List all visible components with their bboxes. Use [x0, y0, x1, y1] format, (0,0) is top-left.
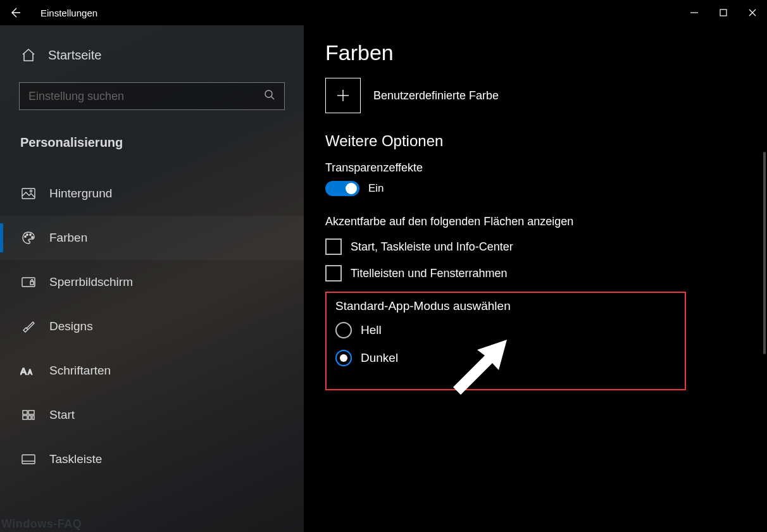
sidebar-item-background[interactable]: Hintergrund	[0, 171, 304, 216]
app-mode-highlight: Standard-App-Modus auswählen Hell Dunkel	[325, 292, 686, 390]
sidebar-item-start[interactable]: Start	[0, 393, 304, 437]
sidebar-item-colors[interactable]: Farben	[0, 216, 304, 260]
svg-point-9	[27, 234, 28, 235]
svg-rect-17	[28, 411, 34, 414]
brush-icon	[20, 318, 37, 335]
search-box[interactable]	[19, 82, 285, 110]
checkbox-label: Titelleisten und Fensterrahmen	[351, 267, 507, 280]
search-input[interactable]	[28, 90, 264, 103]
sidebar-nav: Hintergrund Farben Sperrbildschirm Desig…	[0, 171, 304, 481]
checkbox-titlebars[interactable]: Titelleisten und Fensterrahmen	[325, 265, 745, 281]
picture-icon	[20, 185, 37, 202]
back-button[interactable]	[0, 0, 30, 25]
checkbox-icon	[325, 265, 342, 281]
sidebar-home-label: Startseite	[48, 48, 101, 63]
checkbox-start-taskbar[interactable]: Start, Taskleiste und Info-Center	[325, 238, 745, 255]
radio-icon	[335, 322, 352, 338]
sidebar-item-fonts[interactable]: AA Schriftarten	[0, 349, 304, 393]
sidebar-item-label: Designs	[49, 319, 93, 333]
more-options-heading: Weitere Optionen	[325, 132, 745, 150]
maximize-button[interactable]	[709, 0, 738, 25]
svg-point-8	[25, 236, 26, 237]
transparency-state: Ein	[368, 182, 384, 195]
watermark: Windows-FAQ	[1, 517, 82, 531]
content-pane: Farben Benutzerdefinierte Farbe Weitere …	[304, 25, 767, 532]
svg-text:A: A	[20, 366, 27, 376]
transparency-toggle[interactable]	[325, 181, 359, 196]
sidebar-section-heading: Personalisierung	[0, 116, 304, 159]
radio-label: Hell	[361, 323, 382, 337]
svg-rect-6	[22, 189, 35, 199]
custom-color-label: Benutzerdefinierte Farbe	[373, 89, 499, 102]
checkbox-label: Start, Taskleiste und Info-Center	[351, 240, 513, 254]
sidebar-item-label: Farben	[49, 231, 87, 245]
sidebar-item-label: Taskleiste	[49, 452, 102, 466]
lockscreen-icon	[20, 274, 37, 290]
sidebar: Startseite Personalisierung Hintergrund …	[0, 25, 304, 532]
transparency-label: Transparenzeffekte	[325, 161, 745, 175]
plus-icon	[325, 78, 361, 113]
sidebar-item-label: Start	[49, 408, 75, 422]
app-mode-heading: Standard-App-Modus auswählen	[335, 299, 673, 313]
close-button[interactable]	[738, 0, 767, 25]
sidebar-home[interactable]: Startseite	[0, 38, 304, 75]
radio-icon	[335, 350, 352, 366]
radio-label: Dunkel	[361, 351, 398, 365]
search-icon	[264, 89, 275, 103]
minimize-button[interactable]	[680, 0, 709, 25]
annotation-arrow-icon	[440, 333, 510, 399]
sidebar-item-label: Schriftarten	[49, 364, 111, 378]
svg-rect-18	[23, 416, 27, 419]
svg-point-10	[30, 234, 31, 235]
svg-rect-16	[23, 411, 27, 414]
titlebar: Einstellungen	[0, 0, 767, 25]
taskbar-icon	[20, 451, 37, 467]
svg-rect-19	[28, 416, 31, 419]
window-controls	[680, 0, 767, 25]
start-tiles-icon	[20, 407, 37, 423]
svg-rect-21	[22, 455, 35, 464]
font-icon: AA	[20, 362, 37, 379]
svg-marker-25	[453, 340, 507, 395]
sidebar-item-taskbar[interactable]: Taskleiste	[0, 437, 304, 481]
page-title: Farben	[325, 40, 745, 65]
svg-point-11	[32, 237, 33, 238]
sidebar-item-themes[interactable]: Designs	[0, 304, 304, 349]
scrollbar[interactable]	[763, 152, 766, 354]
window-title: Einstellungen	[41, 8, 97, 18]
custom-color-row[interactable]: Benutzerdefinierte Farbe	[325, 78, 745, 113]
accent-surfaces-heading: Akzentfarbe auf den folgenden Flächen an…	[325, 215, 745, 228]
checkbox-icon	[325, 238, 342, 255]
svg-line-5	[271, 97, 274, 99]
svg-rect-1	[720, 9, 726, 16]
palette-icon	[20, 230, 37, 246]
svg-rect-12	[22, 278, 35, 287]
sidebar-item-lockscreen[interactable]: Sperrbildschirm	[0, 260, 304, 304]
svg-rect-13	[30, 281, 34, 285]
svg-point-7	[30, 190, 32, 192]
sidebar-item-label: Sperrbildschirm	[49, 275, 133, 289]
home-icon	[20, 47, 37, 63]
svg-text:A: A	[28, 369, 32, 376]
svg-rect-20	[32, 416, 34, 419]
svg-point-4	[265, 90, 272, 97]
sidebar-item-label: Hintergrund	[49, 187, 112, 201]
